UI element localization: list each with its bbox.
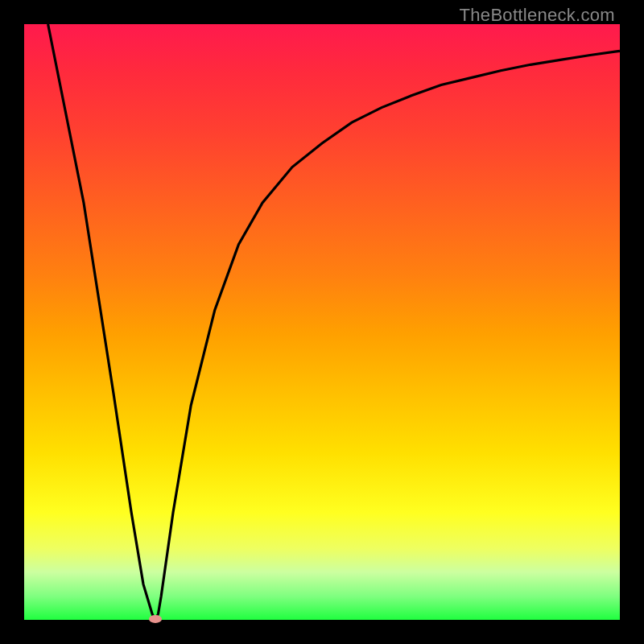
optimal-point-marker <box>149 615 162 623</box>
chart-container: TheBottleneck.com <box>0 0 644 644</box>
watermark-text: TheBottleneck.com <box>460 5 615 26</box>
plot-area <box>24 24 620 620</box>
bottleneck-curve <box>24 24 620 620</box>
